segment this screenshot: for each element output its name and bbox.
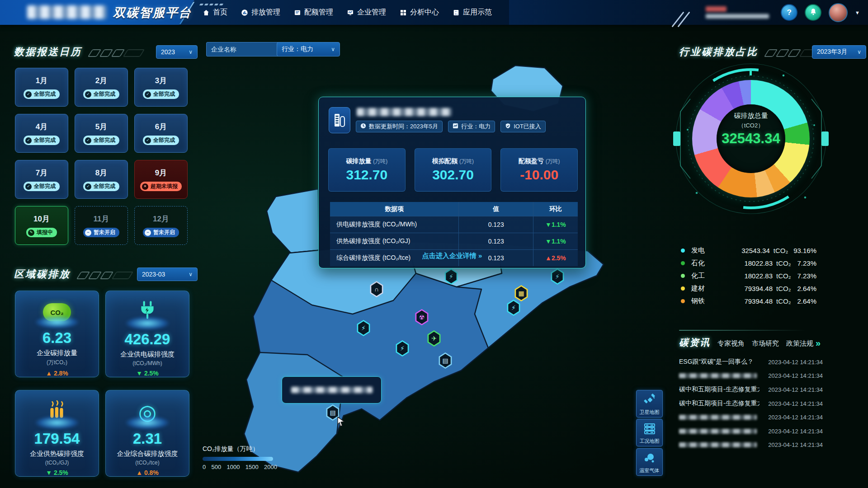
home-icon [203, 9, 210, 16]
notifications-button[interactable] [805, 4, 821, 21]
nav-item-home[interactable]: 首页 [203, 8, 227, 17]
news-item[interactable]: ESG跟“双碳”是一回事么？ 2023-04-12 14:21:34 [679, 355, 823, 369]
map-legend-gradient [203, 457, 273, 461]
status-badge-pending: −暂未开启 [143, 228, 179, 237]
metric-value: 426.29 [125, 331, 170, 348]
minus-icon: − [85, 230, 91, 236]
nav-item-analysis[interactable]: 分析中心 [400, 8, 439, 17]
month-card-sep[interactable]: 9月 ×超期未填报 [134, 160, 188, 199]
news-item[interactable]: 碳中和五期项目-生态修复重大工程 2023-04-12 14:21:34 [679, 397, 823, 411]
news-item-redacted[interactable]: 2023-04-12 14:21:34 [679, 369, 823, 383]
satellite-map-button[interactable]: 卫星地图 [636, 390, 663, 418]
industry-legend: 发电 32543.34 tCO₂ 93.16% 石化 18022.83 tCO₂… [681, 244, 816, 307]
metric-value: 179.54 [34, 430, 80, 447]
redacted-enterprise-name [357, 108, 452, 116]
industry-filter-select[interactable]: 行业：电力 ∨ [277, 42, 340, 56]
month-card-apr[interactable]: 4月 ✓全部完成 [15, 114, 68, 153]
industry-panel-header: 行业碳排放占比 [679, 45, 819, 59]
bolt-icon: ⚡ [555, 273, 560, 280]
month-card-mar[interactable]: 3月 ✓全部完成 [134, 68, 188, 107]
industry-period-select[interactable]: 2023年3月 ∨ [812, 45, 866, 59]
month-card-oct[interactable]: 10月 ✎填报中 [15, 206, 68, 245]
calendar-year-select[interactable]: 2023 ∨ [156, 45, 198, 59]
news-item-redacted[interactable]: 2023-04-12 14:21:34 [679, 410, 823, 424]
stat-quota: 模拟配额 (万吨) 302.70 [415, 148, 492, 192]
popup-stats: 碳排放量 (万吨) 312.70 模拟配额 (万吨) 302.70 配额盈亏 (… [328, 148, 578, 192]
month-card-feb[interactable]: 2月 ✓全部完成 [75, 68, 128, 107]
operating-map-button[interactable]: 工况地图 [636, 419, 663, 446]
check-icon: ✓ [85, 137, 91, 144]
news-list: ESG跟“双碳”是一回事么？ 2023-04-12 14:21:34 2023-… [679, 355, 823, 452]
metric-delta: ▲ 0.8% [136, 469, 159, 476]
status-badge-overdue: ×超期未填报 [140, 182, 182, 191]
user-menu-caret-icon[interactable]: ▼ [855, 10, 860, 15]
bolt-icon: ⚡ [449, 273, 453, 280]
metric-delta: ▲ 2.8% [46, 370, 68, 377]
document-icon: ▤ [330, 409, 335, 416]
status-badge: ✓全部完成 [24, 136, 60, 145]
news-item-redacted[interactable]: 2023-04-12 14:21:34 [679, 424, 823, 438]
calculator-icon: +-×÷ [453, 9, 460, 16]
greenhouse-gas-button[interactable]: 温室气体 [636, 448, 663, 476]
stat-balance: 配额盈亏 (万吨) -10.00 [500, 148, 578, 192]
update-time-badge: 数据更新时间：2023年5月 [356, 121, 443, 132]
nav-item-emission[interactable]: 排放管理 [241, 8, 280, 17]
month-card-jan[interactable]: 1月 ✓全部完成 [15, 68, 68, 107]
section-divider [679, 330, 828, 331]
month-card-aug[interactable]: 8月 ✓全部完成 [75, 160, 128, 199]
month-card-jul[interactable]: 7月 ✓全部完成 [15, 160, 68, 199]
calendar-panel-header: 数据报送日历 [14, 45, 142, 59]
tab-policy[interactable]: 政策法规 [786, 339, 813, 348]
stat-value: 312.70 [346, 167, 387, 183]
magnet-icon: ∩ [374, 286, 379, 292]
iot-badge: IOT已接入 [500, 121, 546, 132]
tab-expert-view[interactable]: 专家视角 [717, 339, 745, 348]
nav-item-demo[interactable]: +-×÷ 应用示范 [453, 8, 492, 17]
company-search-input[interactable] [206, 42, 279, 56]
status-badge: ✓全部完成 [83, 136, 119, 145]
nav-item-quota[interactable]: 配额管理 [294, 8, 333, 17]
check-icon: ✓ [25, 137, 32, 144]
cursor-icon [336, 416, 346, 429]
metric-card-综合-intensity: ◎ 2.31 企业综合碳排放强度 (tCO₂/tce) ▲ 0.8% [105, 390, 189, 477]
brand-title: 双碳智服平台 [113, 5, 192, 21]
news-item-redacted[interactable]: 2023-04-12 14:21:34 [679, 438, 823, 452]
month-card-jun[interactable]: 6月 ✓全部完成 [134, 114, 188, 153]
analysis-grid-icon [400, 9, 407, 16]
table-row: 供电碳排放强度 (tCO₂/MWh) 0.123 ▼1.1% [330, 216, 578, 233]
user-avatar[interactable] [829, 3, 848, 22]
svg-text:÷: ÷ [457, 12, 458, 15]
metric-delta: ▼ 2.5% [136, 370, 159, 377]
metric-card-power-intensity: 426.29 企业供电碳排强度 (tCO₂/MWh) ▼ 2.5% [105, 291, 189, 377]
month-card-nov[interactable]: 11月 −暂未开启 [75, 206, 128, 245]
region-period-select[interactable]: 2023-03 ∨ [137, 267, 198, 281]
stat-emission: 碳排放量 (万吨) 312.70 [328, 148, 406, 192]
molecule-icon [643, 449, 656, 467]
legend-row: 钢铁 79394.48 tCO₂ 2.64% [681, 295, 816, 307]
help-button[interactable]: ? [781, 4, 797, 21]
chevron-down-icon: ∨ [857, 49, 861, 55]
x-icon: × [142, 183, 148, 190]
calendar-title: 数据报送日历 [14, 46, 82, 57]
status-badge: ✓全部完成 [24, 89, 60, 99]
glow-pedestal [126, 317, 169, 330]
status-badge-pending: −暂未开启 [83, 228, 119, 237]
status-badge: ✓全部完成 [83, 89, 119, 99]
news-more-arrow[interactable]: » [816, 338, 821, 348]
svg-text:×: × [455, 12, 456, 15]
month-card-dec[interactable]: 12月 −暂未开启 [134, 206, 188, 245]
news-item[interactable]: 碳中和五期项目-生态修复重大工程... 2023-04-12 14:21:34 [679, 383, 823, 397]
enterprise-popup: 数据更新时间：2023年5月 行业：电力 IOT已接入 碳排放量 (万吨) 31… [318, 97, 586, 268]
nav-item-enterprise[interactable]: 企业管理 [347, 8, 386, 17]
news-title: 碳资讯 [679, 336, 710, 349]
chevron-down-icon: ∨ [189, 49, 193, 55]
metric-value: 6.23 [42, 329, 71, 347]
bell-icon [809, 8, 817, 18]
tab-market-research[interactable]: 市场研究 [752, 339, 779, 348]
status-badge: ✓全部完成 [83, 182, 119, 191]
legend-row: 发电 32543.34 tCO₂ 93.16% [681, 244, 816, 257]
plane-icon: ✈ [431, 335, 437, 342]
month-card-may[interactable]: 5月 ✓全部完成 [75, 114, 128, 153]
top-nav: 双碳智服平台 首页 排放管理 配额管理 企业管理 分析中心 [0, 0, 868, 25]
enterprise-detail-link[interactable]: 点击进入企业详情 » [319, 252, 585, 260]
